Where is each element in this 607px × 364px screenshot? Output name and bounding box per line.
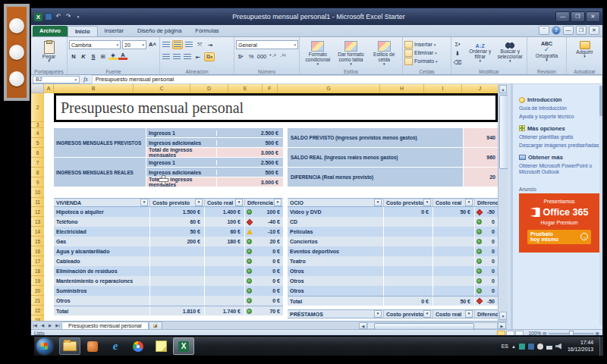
styles-button[interactable]: Estilos de celda▾ [367, 40, 401, 67]
filter-dropdown-icon[interactable]: ▾ [195, 199, 203, 206]
cost-previsto-cell[interactable]: 1.500 € [150, 207, 205, 217]
pane-link[interactable]: Guía de introducción [519, 105, 599, 111]
category-cell[interactable]: Eventos deportivos [288, 246, 384, 256]
cost-previsto-cell[interactable] [384, 227, 433, 237]
workbook-close-button[interactable]: ✕ [589, 26, 599, 35]
summary-row[interactable]: DIFERENCIA (Real menos previsto) 20 [288, 168, 498, 187]
filter-dropdown-icon[interactable]: ▾ [423, 310, 431, 318]
category-cell[interactable]: Mantenimiento o reparaciones [54, 276, 150, 286]
grow-font-icon[interactable]: A˄ [148, 40, 157, 48]
cost-real-cell[interactable]: 1.400 € [205, 207, 245, 217]
row-header[interactable]: 19 [31, 276, 44, 286]
category-cell[interactable]: Video y DVD [288, 207, 384, 217]
language-indicator[interactable]: ES [502, 344, 508, 349]
table-row[interactable]: Suministros 0 € [54, 286, 283, 296]
first-sheet-icon[interactable]: |◀ [31, 323, 39, 328]
filter-dropdown-icon[interactable]: ▾ [374, 199, 382, 206]
diferencia-cell[interactable]: 0 € [245, 246, 283, 256]
category-cell[interactable]: Otros [288, 266, 384, 276]
diferencia-cell[interactable]: -40 € [245, 217, 283, 227]
column-header[interactable]: H [380, 84, 424, 93]
table-row[interactable]: Electricidad 50 € 60 € -10 € [54, 227, 283, 237]
filter-dropdown-icon[interactable]: ▾ [423, 199, 431, 206]
taskbar-internet-explorer[interactable]: e [105, 337, 126, 355]
row-header[interactable]: 18 [31, 266, 44, 276]
column-header[interactable]: I [424, 84, 462, 93]
cost-previsto-cell[interactable] [384, 237, 433, 246]
diferencia-cell[interactable]: 20 € [245, 237, 283, 246]
category-cell[interactable]: Suministros [54, 286, 150, 296]
table-row[interactable]: Otros 0 [288, 276, 498, 286]
close-button[interactable]: ✕ [586, 11, 600, 22]
zoom-thumb[interactable] [569, 331, 574, 337]
minimize-button[interactable]: — [555, 11, 570, 22]
column-header[interactable]: E [228, 84, 263, 93]
income-item-cell[interactable]: Total de ingresos mensuales [146, 147, 217, 158]
filter-dropdown-icon[interactable]: ▾ [374, 310, 382, 318]
income-item-cell[interactable]: Ingresos adicionales [146, 140, 217, 146]
table-header-cell[interactable]: PRÉSTAMOS ▾ [288, 310, 384, 318]
cost-previsto-cell[interactable] [150, 256, 205, 266]
table-row[interactable]: Películas 0 [288, 227, 498, 237]
table-row[interactable]: Teléfono 60 € 100 € -40 € [54, 217, 283, 227]
prev-sheet-icon[interactable]: ◀ [39, 323, 46, 328]
page-layout-view-icon[interactable] [506, 331, 514, 337]
row-header[interactable]: 3 [31, 122, 44, 128]
row-header[interactable]: 15 [31, 237, 44, 246]
table-row[interactable]: Conciertos 0 [288, 237, 498, 246]
font-size-combo[interactable]: 20▾ [122, 40, 146, 49]
row-header[interactable]: 8 [31, 168, 44, 177]
total-previsto-cell[interactable]: 1.810 € [150, 306, 205, 315]
align-bottom-icon[interactable] [184, 41, 193, 49]
zoom-slider[interactable] [549, 333, 594, 334]
income-item-cell[interactable]: Total de ingresos mensuales [146, 177, 217, 187]
show-desktop-button[interactable] [599, 337, 603, 356]
category-cell[interactable]: Electricidad [54, 227, 150, 237]
cost-previsto-cell[interactable]: 200 € [150, 237, 205, 246]
taskbar-chrome[interactable] [127, 337, 149, 355]
summary-label-cell[interactable]: DIFERENCIA (Real menos previsto) [288, 168, 464, 187]
cost-real-cell[interactable]: 60 € [205, 227, 245, 237]
wrap-text-icon[interactable]: ⇥ [206, 41, 215, 49]
row-header[interactable]: 13 [31, 217, 44, 227]
income-previsto-label-cell[interactable]: INGRESOS MENSUALES PREVISTOS [54, 128, 146, 158]
merge-center-icon[interactable]: ⧉▾ [204, 52, 215, 61]
fx-icon[interactable]: fx [80, 76, 92, 83]
indent-icon[interactable]: ⇤ [193, 53, 203, 61]
table-header-cell[interactable]: Costo real ▾ [433, 199, 475, 206]
summary-label-cell[interactable]: SALDO PREVISTO (Ingresos previstos menos… [288, 128, 464, 147]
redo-icon[interactable]: ↷ [64, 13, 72, 20]
comma-icon[interactable]: 000 [257, 52, 266, 60]
total-real-cell[interactable]: 1.740 € [205, 306, 245, 315]
scroll-left-icon[interactable]: ◀ [359, 322, 367, 329]
decrease-decimal-icon[interactable]: ·⁰⁾ [278, 52, 288, 60]
row-header[interactable]: 16 [31, 246, 44, 256]
total-diferencia-cell[interactable]: 70 € [245, 306, 283, 315]
cost-previsto-cell[interactable] [150, 286, 205, 296]
table-row[interactable]: Teatro 0 [288, 256, 498, 266]
cost-previsto-cell[interactable]: 50 € [150, 227, 205, 237]
cost-real-cell[interactable] [433, 246, 475, 256]
pane-scrollbar[interactable] [599, 86, 603, 325]
table-header-cell[interactable]: VIVIENDA ▾ [54, 199, 150, 206]
table-header-cell[interactable]: Costo real ▾ [433, 310, 475, 318]
clock-tray-icon[interactable] [537, 344, 543, 350]
row-header[interactable]: 14 [31, 227, 44, 237]
cost-real-cell[interactable]: 180 € [205, 237, 245, 246]
scroll-right-icon[interactable]: ▶ [498, 322, 506, 329]
table-header-cell[interactable]: Costo real ▾ [205, 199, 245, 206]
table-header-cell[interactable]: OCIO ▾ [288, 199, 384, 206]
summary-row[interactable]: SALDO REAL (Ingresos reales menos gastos… [288, 148, 498, 168]
table-row[interactable]: CD 0 [288, 217, 498, 227]
zoom-level[interactable]: 100% [528, 331, 541, 336]
column-header[interactable]: C [134, 84, 190, 93]
office365-ad[interactable]: Presentamos Office 365 Hogar Premium Pru… [519, 193, 599, 253]
summary-value-cell[interactable]: 940 [464, 128, 498, 147]
table-header-cell[interactable]: Costo previsto ▾ [384, 310, 433, 318]
name-box[interactable]: B2▾ [33, 76, 80, 83]
sort-filter-button[interactable]: A↓Z Ordenar y filtrar▾ [465, 40, 495, 66]
percent-icon[interactable]: % [247, 52, 256, 60]
collapse-ribbon-icon[interactable]: ˆ [539, 26, 549, 35]
cost-real-cell[interactable] [433, 276, 475, 286]
diferencia-cell[interactable]: 0 [475, 246, 498, 256]
